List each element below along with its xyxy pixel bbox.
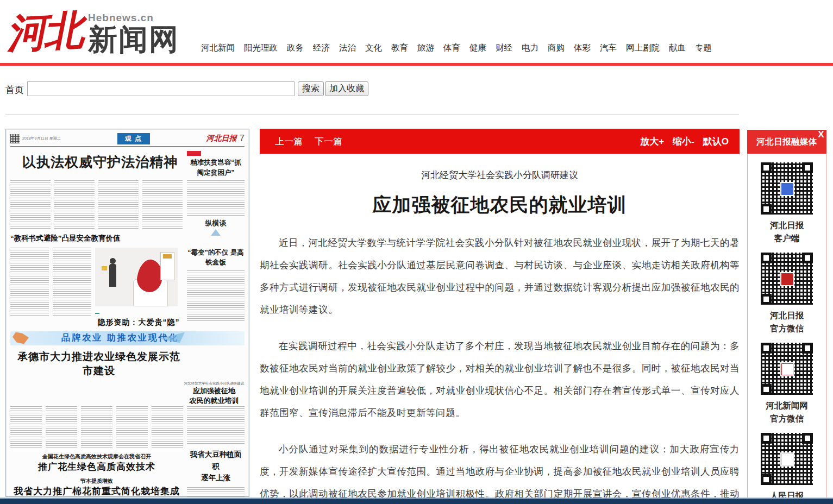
qr-item-hebei-daily-wechat: 河北日报官方微信 — [761, 253, 813, 335]
nav-item-online-theater[interactable]: 网上剧院 — [626, 42, 660, 54]
search-button[interactable]: 搜索 — [298, 81, 324, 96]
article-paragraph: 在实践调研过程中，社会实践小分队走访了多个村庄，发现当地被征地农民就业创业目前存… — [260, 335, 740, 424]
search-input[interactable] — [27, 81, 295, 96]
np-text-column — [116, 406, 148, 450]
qr-label: 河北日报官方微信 — [770, 309, 804, 335]
qr-center-logo — [781, 183, 793, 195]
nav-item-electricity[interactable]: 电力 — [522, 42, 538, 54]
article-paragraph: 小分队通过对采集到的数据进行专业性分析，得出被征地农民就业创业培训问题的建议：加… — [260, 438, 740, 504]
qr-code-image — [761, 162, 813, 215]
qr-item-hebnews-wechat: 河北新闻网官方微信 — [761, 343, 813, 425]
nav-item-gov-affairs[interactable]: 政务 — [287, 42, 304, 54]
np-headline-cotton: 我省大力推广棉花前重式简化栽培集成技术 — [10, 485, 183, 497]
qr-code-image — [761, 253, 813, 305]
np-comment-tag — [187, 151, 201, 156]
np-text-column — [10, 180, 51, 230]
np-headline-soybean: 我省大豆种植面积 逐年上涨 — [187, 449, 245, 484]
np-text-column — [187, 270, 245, 323]
newspaper-header: 2018年9月11日 星期二 观点 河北日报 7 — [10, 133, 245, 144]
article-pane: 上一篇 下一篇 放大+ 缩小- 默认O 河北经贸大学社会实践小分队调研建议 应加… — [260, 129, 740, 504]
main-navigation: 河北新闻 阳光理政 政务 经济 法治 文化 教育 旅游 体育 健康 财经 电力 … — [201, 42, 742, 54]
np-headline-sub-left: “教科书式避险”凸显安全教育价值 — [10, 234, 183, 243]
np-caption-tag — [95, 313, 99, 314]
font-zoom-out-button[interactable]: 缩小- — [673, 135, 694, 148]
np-text-column — [98, 180, 139, 230]
nav-item-health[interactable]: 健康 — [469, 42, 486, 54]
article-body: 近日，河北经贸大学数学与统计学学院社会实践小分队针对被征地农民就业创业现状，展开… — [260, 232, 740, 504]
qr-center-logo — [781, 273, 793, 285]
logo-hebei-text: 河北 — [5, 4, 82, 62]
newspaper-masthead: 河北日报 — [206, 134, 237, 143]
newspaper-rule — [10, 146, 245, 147]
nav-item-education[interactable]: 教育 — [391, 42, 408, 54]
np-text-column — [46, 406, 77, 450]
qr-item-hebei-daily-app: 河北日报客户端 — [761, 162, 813, 245]
sidebar-title: 河北日报融媒体 — [756, 136, 817, 148]
np-banner-text: 品牌农业 助推农业现代化 — [61, 332, 179, 344]
home-link[interactable]: 首页 — [5, 84, 24, 96]
next-article-link[interactable]: 下一篇 — [315, 135, 342, 148]
qr-label: 河北新闻网官方微信 — [766, 399, 808, 425]
logo-news-text: 新闻网 — [88, 23, 179, 55]
np-text-column — [152, 406, 183, 450]
prev-article-link[interactable]: 上一篇 — [275, 135, 303, 148]
newspaper-date: 2018年9月11日 星期二 — [22, 136, 87, 141]
np-text-column — [54, 180, 95, 230]
np-peanut-kicker: 全国花生绿色高质高效技术观摩会在我省召开 — [10, 453, 183, 461]
add-favorite-button[interactable]: 加入收藏 — [325, 81, 368, 96]
header-red-divider — [0, 63, 833, 66]
nav-item-hebei-news[interactable]: 河北新闻 — [201, 42, 235, 54]
bottom-bar — [0, 499, 833, 504]
nav-item-finance[interactable]: 财经 — [496, 42, 512, 54]
np-headline-right-mid: “霉变”的不仅 是高铁盒饭 — [187, 248, 245, 268]
logo-domain: Hebnews.cn — [88, 12, 154, 23]
article-toolbar: 上一篇 下一篇 放大+ 缩小- 默认O — [260, 129, 740, 154]
font-default-button[interactable]: 默认O — [703, 135, 729, 148]
font-zoom-in-button[interactable]: 放大+ — [640, 135, 664, 148]
nav-item-auto[interactable]: 汽车 — [600, 42, 617, 54]
np-text-column — [53, 248, 91, 317]
np-headline-main: 以执法权威守护法治精神 — [14, 153, 186, 171]
nav-item-law[interactable]: 法治 — [339, 42, 356, 54]
media-sidebar: 河北日报融媒体 X 河北日报客户端 河北日报官方微信 — [747, 130, 826, 504]
np-banner: 品牌农业 助推农业现代化 — [10, 331, 245, 345]
nav-item-travel[interactable]: 旅游 — [417, 42, 434, 54]
np-text-column — [187, 487, 245, 497]
np-feature-kicker: 河北经贸大学社会实践小分队调研建议 — [184, 381, 245, 386]
search-row: 首页 搜索 加入收藏 — [5, 81, 739, 98]
nav-item-special-topics[interactable]: 专题 — [695, 42, 712, 54]
np-column-label: 纵横谈 — [187, 218, 245, 228]
nav-item-blood-donation[interactable]: 献血 — [669, 42, 686, 54]
qr-label: 河北日报客户端 — [770, 219, 804, 245]
nav-item-sunshine-gov[interactable]: 阳光理政 — [244, 42, 278, 54]
np-feature-title: 应加强被征地 农民的就业培训 — [184, 386, 245, 407]
nav-item-culture[interactable]: 文化 — [365, 42, 382, 54]
np-headline-right-top: 精准扶贫岂容“抓阄定贫困户” — [187, 158, 245, 178]
np-map-icon — [12, 332, 29, 344]
np-text-column — [187, 180, 245, 216]
np-text-column — [81, 406, 112, 450]
newspaper-qr-icon — [10, 134, 20, 143]
np-text-column — [10, 248, 49, 317]
qr-code-image — [761, 433, 813, 485]
site-logo[interactable]: 河北Hebnews.cn 新闻网 — [7, 5, 179, 60]
nav-item-lottery[interactable]: 体彩 — [574, 42, 591, 54]
close-icon[interactable]: X — [818, 130, 824, 139]
article-kicker: 河北经贸大学社会实践小分队调研建议 — [260, 169, 740, 181]
qr-item-peoples-daily-app: 人民日报客户端 — [761, 433, 813, 504]
content-divider — [5, 114, 739, 115]
newspaper-page-number: 7 — [240, 133, 245, 144]
sidebar-header: 河北日报融媒体 X — [747, 130, 826, 154]
np-cartoon-image — [95, 248, 178, 306]
nav-item-economy[interactable]: 经济 — [313, 42, 330, 54]
np-cotton-kicker: 节本提质增效 — [10, 477, 183, 485]
np-text-column — [142, 180, 183, 230]
np-cartoon-caption: 隐形资助：大爱贵“隐” — [95, 318, 182, 327]
article-paragraph: 近日，河北经贸大学数学与统计学学院社会实践小分队针对被征地农民就业创业现状，展开… — [260, 232, 740, 321]
nav-item-sports[interactable]: 体育 — [443, 42, 460, 54]
nav-item-shopping[interactable]: 商购 — [548, 42, 565, 54]
np-text-column — [10, 406, 42, 450]
np-arrow-icon — [211, 229, 221, 236]
qr-code-image — [761, 343, 813, 395]
np-headline-chengde: 承德市大力推进农业绿色发展示范市建设 — [12, 350, 185, 378]
